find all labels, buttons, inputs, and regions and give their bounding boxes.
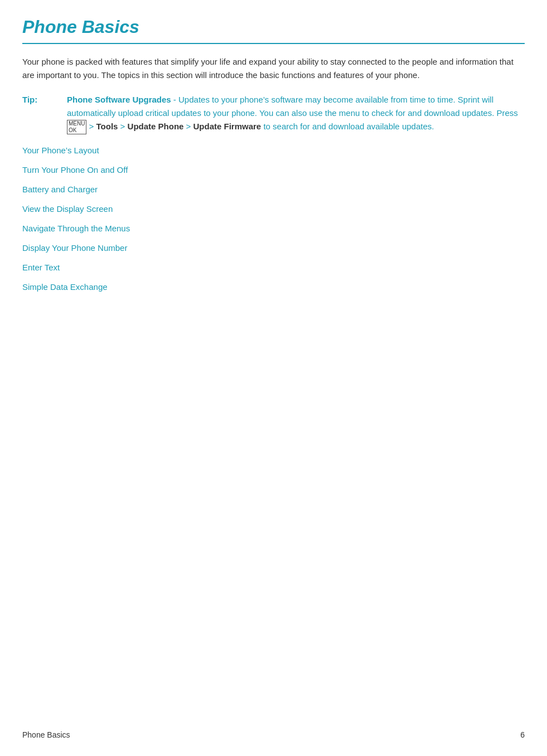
- footer-page-number: 6: [520, 730, 525, 739]
- page-title: Phone Basics: [22, 17, 525, 37]
- footer-section-label: Phone Basics: [22, 730, 70, 739]
- title-divider: [22, 43, 525, 44]
- tip-body-3: >: [118, 122, 127, 131]
- tip-bold-update-phone: Update Phone: [128, 122, 184, 131]
- nav-link-view-display[interactable]: View the Display Screen: [22, 204, 525, 214]
- tip-bold-tools: Tools: [96, 122, 118, 131]
- tip-body-4: >: [183, 122, 193, 131]
- tip-body-2: >: [86, 122, 96, 131]
- intro-paragraph: Your phone is packed with features that …: [22, 55, 525, 82]
- tip-title: Phone Software Upgrades: [67, 95, 171, 104]
- nav-link-navigate-menus[interactable]: Navigate Through the Menus: [22, 224, 525, 233]
- menu-ok-icon: MENUOK: [67, 120, 86, 134]
- nav-link-simple-data[interactable]: Simple Data Exchange: [22, 282, 525, 292]
- nav-link-enter-text[interactable]: Enter Text: [22, 263, 525, 272]
- nav-link-display-number[interactable]: Display Your Phone Number: [22, 243, 525, 253]
- tip-content: Phone Software Upgrades - Updates to you…: [67, 93, 525, 134]
- nav-link-your-phones-layout[interactable]: Your Phone’s Layout: [22, 146, 525, 155]
- tip-block: Tip: Phone Software Upgrades - Updates t…: [22, 93, 525, 134]
- tip-body-5: to search for and download available upd…: [261, 122, 434, 131]
- nav-links: Your Phone’s LayoutTurn Your Phone On an…: [22, 146, 525, 292]
- nav-link-turn-on-off[interactable]: Turn Your Phone On and Off: [22, 165, 525, 175]
- tip-label: Tip:: [22, 93, 67, 134]
- page-footer: Phone Basics 6: [0, 730, 547, 739]
- tip-bold-update-firmware: Update Firmware: [193, 122, 262, 131]
- nav-link-battery-charger[interactable]: Battery and Charger: [22, 185, 525, 194]
